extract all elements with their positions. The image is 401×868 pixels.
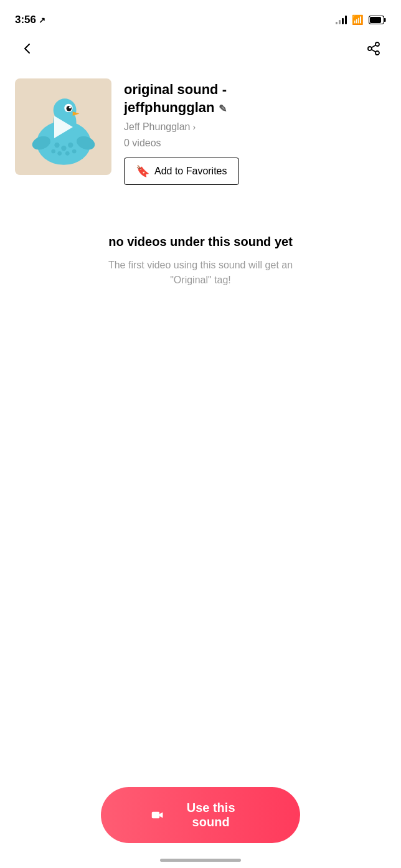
status-bar: 3:56 ↗ 📶 (0, 0, 401, 31)
favorites-label: Add to Favorites (154, 166, 227, 177)
sound-author[interactable]: Jeff Phungglan › (124, 121, 386, 133)
empty-state-title: no videos under this sound yet (108, 235, 293, 249)
svg-point-16 (65, 151, 69, 156)
svg-point-13 (68, 142, 73, 147)
nav-bar (0, 31, 401, 66)
use-sound-label: Use this sound (171, 801, 250, 829)
edit-icon[interactable]: ✎ (219, 103, 227, 114)
signal-icon (336, 16, 347, 24)
sound-subtitle-text: jeffphungglan (124, 100, 214, 115)
svg-point-14 (51, 149, 55, 153)
add-to-favorites-button[interactable]: 🔖 Add to Favorites (124, 158, 239, 185)
play-button[interactable] (54, 116, 73, 138)
status-icons: 📶 (336, 14, 386, 26)
svg-rect-20 (152, 812, 159, 819)
bottom-action-area: Use this sound (0, 787, 401, 843)
empty-state: no videos under this sound yet The first… (0, 197, 401, 325)
share-button[interactable] (361, 36, 386, 61)
time-display: 3:56 (15, 14, 36, 26)
home-indicator (160, 859, 241, 862)
svg-point-8 (66, 106, 71, 111)
svg-point-9 (68, 106, 70, 108)
svg-point-11 (54, 142, 59, 147)
video-count-text: 0 videos (124, 138, 161, 148)
battery-icon (369, 16, 386, 24)
author-name: Jeff Phungglan (124, 121, 190, 133)
status-time: 3:56 ↗ (15, 14, 45, 26)
sound-header: original sound - jeffphungglan ✎ Jeff Ph… (0, 66, 401, 197)
chevron-right-icon: › (192, 122, 196, 132)
empty-state-description: The first video using this sound will ge… (101, 258, 300, 288)
video-count: 0 videos (124, 138, 386, 149)
sound-thumbnail[interactable] (15, 78, 111, 175)
svg-point-15 (57, 151, 62, 156)
svg-rect-1 (384, 18, 386, 22)
sound-title-text: original sound - (124, 82, 227, 97)
camera-icon (151, 808, 164, 823)
wifi-icon: 📶 (352, 14, 364, 26)
svg-point-17 (72, 149, 76, 153)
sound-info: original sound - jeffphungglan ✎ Jeff Ph… (124, 78, 386, 185)
svg-point-12 (61, 145, 66, 150)
back-button[interactable] (15, 36, 40, 61)
svg-rect-2 (370, 17, 381, 23)
use-this-sound-button[interactable]: Use this sound (101, 787, 300, 843)
location-arrow-icon: ↗ (39, 16, 45, 25)
sound-title: original sound - jeffphungglan ✎ (124, 81, 386, 116)
bookmark-icon: 🔖 (136, 164, 149, 178)
